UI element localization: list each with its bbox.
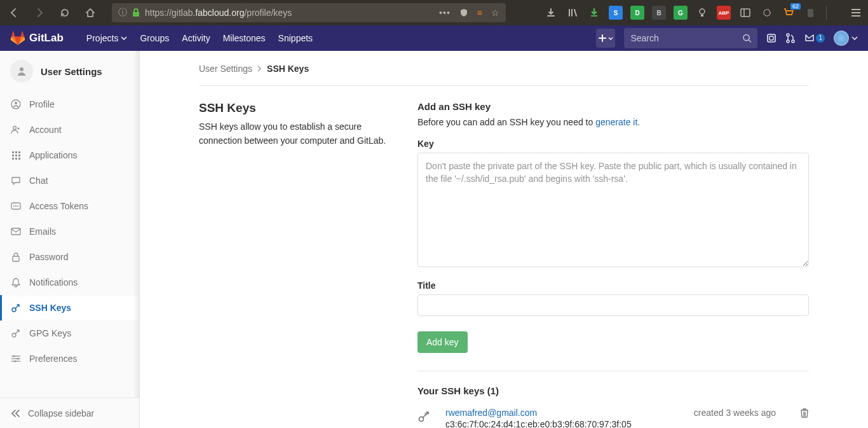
collapse-sidebar[interactable]: Collapse sidebar: [0, 397, 139, 428]
home-button[interactable]: [81, 4, 99, 22]
sidebar-item-label: Access Tokens: [29, 201, 88, 211]
sidebar-item-applications[interactable]: Applications: [0, 142, 139, 168]
chevron-right-icon: [257, 66, 262, 72]
svg-point-15: [787, 40, 789, 43]
bookmark-star-icon[interactable]: ☆: [491, 8, 499, 18]
svg-point-32: [13, 205, 15, 207]
lightbulb-icon[interactable]: [695, 6, 709, 20]
add-key-heading: Add an SSH key: [417, 101, 809, 112]
sidebar-item-label: GPG Keys: [29, 328, 71, 338]
sidebar-item-label: Account: [29, 125, 62, 135]
url-text: https://gitlab.fabcloud.org/profile/keys: [145, 8, 434, 18]
svg-rect-29: [15, 158, 17, 160]
todos-icon[interactable]: 1: [804, 34, 825, 43]
evernote-ext-icon[interactable]: [803, 6, 817, 20]
sidebar-item-notifications[interactable]: Notifications: [0, 270, 139, 295]
gitlab-logo[interactable]: GitLab: [10, 31, 64, 46]
sidebar-item-password[interactable]: Password: [0, 244, 139, 270]
extension-g-icon[interactable]: G: [674, 6, 688, 20]
sidebar-item-account[interactable]: Account: [0, 117, 139, 142]
svg-rect-24: [18, 151, 20, 153]
extension-b-icon[interactable]: B: [652, 6, 666, 20]
svg-point-6: [764, 10, 770, 16]
user-menu[interactable]: [834, 31, 858, 46]
svg-point-17: [20, 67, 24, 71]
issues-icon[interactable]: [766, 33, 776, 43]
svg-rect-4: [741, 9, 750, 17]
svg-rect-3: [701, 15, 703, 17]
account-icon: [10, 125, 22, 135]
reload-button[interactable]: [56, 4, 74, 22]
cart-ext-icon[interactable]: 62: [782, 6, 796, 20]
svg-point-42: [13, 356, 15, 357]
sidebar-item-profile[interactable]: Profile: [0, 92, 139, 117]
generate-link[interactable]: generate it.: [595, 117, 640, 127]
title-input[interactable]: [417, 294, 809, 316]
sidebar-item-label: Profile: [29, 99, 55, 109]
sidebar-item-chat[interactable]: Chat: [0, 168, 139, 193]
new-dropdown[interactable]: [596, 29, 615, 48]
downloads-icon[interactable]: [544, 6, 558, 20]
key-email[interactable]: rwemafred@gmail.com: [445, 408, 681, 418]
sidebar-item-label: Emails: [29, 226, 56, 237]
extension-d-icon[interactable]: D: [630, 6, 644, 20]
sidebar-item-preferences[interactable]: Preferences: [0, 346, 139, 371]
svg-rect-13: [770, 36, 773, 40]
add-key-button[interactable]: Add key: [417, 331, 468, 353]
svg-point-10: [743, 34, 749, 40]
svg-rect-25: [12, 155, 14, 156]
search-field[interactable]: [624, 28, 757, 48]
shield-icon[interactable]: [459, 8, 468, 17]
gitlab-fox-icon: [10, 31, 25, 46]
extension-s-icon[interactable]: S: [609, 6, 623, 20]
nav-projects[interactable]: Projects: [86, 33, 128, 43]
sidebar-title: User Settings: [41, 66, 102, 77]
address-bar[interactable]: ⓘ https://gitlab.fabcloud.org/profile/ke…: [112, 3, 506, 22]
sidebar-item-access-tokens[interactable]: Access Tokens: [0, 193, 139, 219]
page-title: SSH Keys: [199, 101, 402, 115]
adblock-icon[interactable]: ABP: [717, 6, 731, 20]
chevron-left-double-icon: [10, 409, 20, 418]
svg-point-14: [787, 34, 789, 36]
key-fingerprint: c3:6c:7f:0c:24:d4:1c:eb:e0:b3:9f:68:70:9…: [445, 419, 681, 428]
gear-ext-icon[interactable]: [760, 6, 774, 20]
nav-milestones[interactable]: Milestones: [223, 33, 266, 43]
key-label: Key: [417, 139, 809, 149]
sidebar-item-ssh-keys[interactable]: SSH Keys: [0, 295, 139, 321]
sidebar-item-label: Notifications: [29, 277, 78, 287]
search-input[interactable]: [630, 33, 742, 43]
info-icon: ⓘ: [118, 7, 127, 18]
svg-rect-0: [133, 12, 139, 17]
merge-requests-icon[interactable]: [785, 33, 796, 43]
forward-button[interactable]: [31, 4, 48, 22]
lock-icon: [132, 8, 140, 17]
user-avatar-icon: [10, 60, 33, 83]
breadcrumb-parent[interactable]: User Settings: [199, 64, 252, 74]
library-icon[interactable]: [566, 6, 580, 20]
sidebar-ext-icon[interactable]: [738, 6, 752, 20]
mail-icon: [10, 228, 22, 235]
download-arrow-green-icon[interactable]: [587, 6, 601, 20]
svg-point-2: [700, 9, 705, 14]
help-text: Before you can add an SSH key you need t…: [417, 117, 809, 127]
brand-text: GitLab: [29, 32, 64, 45]
key-icon: [10, 328, 22, 338]
nav-activity[interactable]: Activity: [182, 33, 210, 43]
sidebar-item-emails[interactable]: Emails: [0, 219, 139, 244]
key-textarea[interactable]: [417, 153, 809, 267]
menu-icon[interactable]: [849, 6, 863, 20]
your-keys-heading: Your SSH keys (1): [417, 385, 809, 396]
svg-rect-36: [13, 256, 19, 261]
back-button[interactable]: [5, 4, 23, 22]
delete-key-button[interactable]: [800, 408, 809, 418]
extension-icon[interactable]: ≡: [477, 8, 482, 18]
nav-groups[interactable]: Groups: [140, 33, 169, 43]
more-dots-icon[interactable]: •••: [439, 8, 451, 18]
svg-rect-23: [15, 151, 17, 153]
sidebar-item-gpg-keys[interactable]: GPG Keys: [0, 321, 139, 346]
sidebar-header[interactable]: User Settings: [0, 51, 139, 92]
sidebar-item-label: Password: [29, 252, 68, 262]
nav-snippets[interactable]: Snippets: [278, 33, 313, 43]
collapse-label: Collapse sidebar: [28, 408, 94, 418]
svg-point-34: [17, 205, 18, 207]
